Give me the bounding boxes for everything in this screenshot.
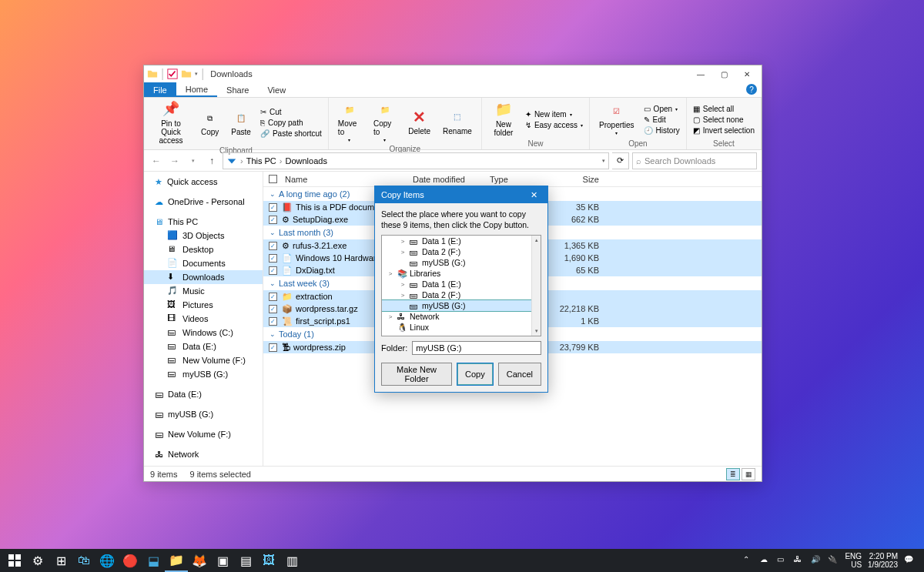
taskbar-photos[interactable]: 🖼: [257, 549, 280, 572]
copy-path-button[interactable]: ⎘Copy path: [259, 118, 323, 128]
paste-shortcut-button[interactable]: 🔗Paste shortcut: [259, 129, 323, 139]
tray-network-icon[interactable]: 🖧: [794, 555, 805, 566]
tray-onedrive-icon[interactable]: ☁: [760, 555, 771, 566]
easy-access-button[interactable]: ↯Easy access▾: [524, 120, 584, 130]
expand-icon[interactable]: >: [399, 238, 407, 245]
nav-myusb-g-[interactable]: 🖴myUSB (G:): [144, 367, 263, 381]
checkbox-icon[interactable]: [167, 69, 178, 79]
move-to-button[interactable]: 📁Move to▾: [333, 99, 366, 145]
nav-pictures[interactable]: 🖼Pictures: [144, 298, 263, 312]
tray-language[interactable]: ENGUS: [845, 552, 862, 570]
nav-data-e-[interactable]: 🖴Data (E:): [144, 340, 263, 353]
nav-onedrive[interactable]: ☁OneDrive - Personal: [144, 195, 263, 209]
copy-to-button[interactable]: 📁Copy to▾: [369, 99, 400, 145]
row-checkbox[interactable]: [269, 293, 277, 301]
taskbar-app1[interactable]: ▣: [211, 549, 234, 572]
taskbar-explorer[interactable]: 📁: [165, 549, 188, 572]
cut-button[interactable]: ✂Cut: [259, 107, 323, 117]
search-input[interactable]: ⌕ Search Downloads: [632, 152, 757, 169]
refresh-button[interactable]: ⟳: [612, 152, 629, 169]
nav-documents[interactable]: 📄Documents: [144, 256, 263, 270]
nav-new-volume-f-[interactable]: 🖴New Volume (F:): [144, 353, 263, 367]
expand-icon[interactable]: >: [387, 270, 394, 277]
taskbar-edge[interactable]: 🌐: [95, 549, 119, 572]
row-checkbox[interactable]: [269, 305, 277, 313]
tree-item[interactable]: 🖴myUSB (G:): [382, 257, 541, 268]
expand-icon[interactable]: >: [387, 313, 394, 320]
row-checkbox[interactable]: [269, 203, 277, 212]
tree-item[interactable]: >🖴Data 2 (F:): [382, 289, 541, 300]
pin-quick-access-button[interactable]: 📌 Pin to Quick access: [149, 99, 193, 146]
folder-icon[interactable]: [181, 69, 192, 79]
titlebar[interactable]: | ▾ | Downloads — ▢ ✕: [144, 65, 762, 82]
row-checkbox[interactable]: [269, 343, 277, 352]
taskbar-taskview[interactable]: ⊞: [49, 549, 72, 572]
rename-button[interactable]: ⬚Rename: [438, 107, 477, 137]
tree-item[interactable]: >📚Libraries: [382, 268, 541, 279]
select-none-button[interactable]: ▢Select none: [691, 115, 756, 125]
nav-downloads[interactable]: ⬇Downloads: [144, 270, 263, 284]
col-size[interactable]: Size: [557, 175, 605, 184]
properties-button[interactable]: ☑Properties▾: [594, 101, 639, 138]
open-button[interactable]: ▭Open▾: [642, 104, 681, 114]
back-button[interactable]: ←: [149, 153, 164, 169]
copy-confirm-button[interactable]: Copy: [457, 363, 494, 386]
system-tray[interactable]: ⌃ ☁ ▭ 🖧 🔊 🔌 ENGUS 2:20 PM1/9/2023 💬: [743, 552, 921, 570]
minimize-button[interactable]: —: [689, 65, 712, 82]
nav-network[interactable]: 🖧Network: [144, 447, 263, 461]
col-type[interactable]: Type: [490, 175, 557, 184]
scrollbar[interactable]: ▴▾: [531, 236, 541, 336]
expand-icon[interactable]: >: [399, 249, 407, 256]
forward-button[interactable]: →: [167, 153, 182, 169]
folder-tree[interactable]: >🖴Data 1 (E:)>🖴Data 2 (F:)🖴myUSB (G:)>📚L…: [381, 235, 541, 336]
details-view-button[interactable]: ≣: [726, 468, 740, 480]
taskbar-store[interactable]: 🛍: [72, 549, 95, 572]
row-checkbox[interactable]: [269, 242, 277, 250]
large-icons-view-button[interactable]: ▦: [742, 468, 755, 480]
navigation-pane[interactable]: ★Quick access ☁OneDrive - Personal 🖥This…: [144, 172, 263, 466]
breadcrumb[interactable]: › This PC › Downloads ▾: [223, 152, 609, 169]
taskbar-chrome[interactable]: 🔴: [119, 549, 142, 572]
taskbar-app3[interactable]: ▥: [280, 549, 303, 572]
start-button[interactable]: [3, 549, 26, 572]
col-name[interactable]: Name: [282, 175, 413, 184]
nav-this-pc[interactable]: 🖥This PC: [144, 215, 263, 229]
view-tab[interactable]: View: [258, 82, 295, 97]
maximize-button[interactable]: ▢: [712, 65, 735, 82]
share-tab[interactable]: Share: [217, 82, 258, 97]
history-button[interactable]: 🕘History: [642, 125, 681, 135]
home-tab[interactable]: Home: [176, 82, 217, 97]
help-button[interactable]: ?: [746, 84, 757, 95]
dialog-close-button[interactable]: ✕: [526, 190, 541, 200]
nav-myusb[interactable]: 🖴myUSB (G:): [144, 407, 263, 421]
folder-input[interactable]: [412, 341, 541, 355]
expand-icon[interactable]: >: [399, 292, 407, 299]
nav-music[interactable]: 🎵Music: [144, 284, 263, 298]
tree-item[interactable]: >🖴Data 2 (F:): [382, 246, 541, 257]
nav-3d-objects[interactable]: 🟦3D Objects: [144, 229, 263, 243]
taskbar-settings[interactable]: ⚙: [26, 549, 49, 572]
tree-item[interactable]: >🖧Network: [382, 311, 541, 322]
copy-button[interactable]: ⧉ Copy: [196, 108, 223, 138]
new-folder-button[interactable]: 📁New folder: [487, 100, 521, 139]
cancel-button[interactable]: Cancel: [498, 363, 541, 386]
row-checkbox[interactable]: [269, 216, 277, 224]
qat-dropdown-icon[interactable]: ▾: [195, 71, 198, 77]
taskbar[interactable]: ⚙ ⊞ 🛍 🌐 🔴 ⬓ 📁 🦊 ▣ ▤ 🖼 ▥ ⌃ ☁ ▭ 🖧 🔊 🔌 ENGU…: [0, 549, 924, 572]
row-checkbox[interactable]: [269, 266, 277, 275]
invert-selection-button[interactable]: ◩Invert selection: [691, 125, 756, 135]
dialog-titlebar[interactable]: Copy Items ✕: [375, 186, 547, 203]
select-all-button[interactable]: ▦Select all: [691, 104, 756, 114]
select-all-checkbox[interactable]: [269, 175, 277, 183]
recent-button[interactable]: ▾: [186, 153, 201, 169]
expand-icon[interactable]: >: [399, 281, 407, 288]
nav-windows-c-[interactable]: 🖴Windows (C:): [144, 326, 263, 340]
nav-desktop[interactable]: 🖥Desktop: [144, 243, 263, 256]
delete-button[interactable]: ✕Delete: [403, 107, 435, 137]
tray-notifications-icon[interactable]: 💬: [904, 555, 915, 566]
breadcrumb-downloads[interactable]: Downloads: [285, 156, 326, 166]
tray-chevron-icon[interactable]: ⌃: [743, 555, 754, 566]
make-new-folder-button[interactable]: Make New Folder: [381, 363, 452, 386]
tray-app-icon[interactable]: ▭: [777, 555, 788, 566]
tree-item[interactable]: 🐧Linux: [382, 322, 541, 333]
